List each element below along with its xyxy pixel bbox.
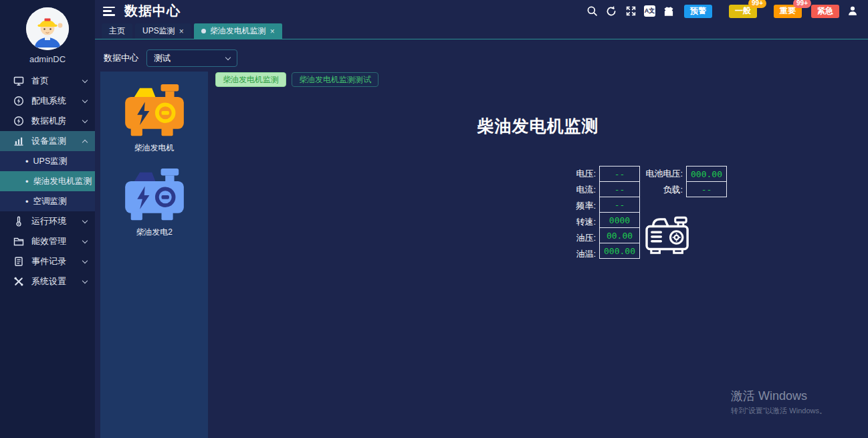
badge-count: 99+ (793, 0, 811, 8)
tab-home[interactable]: 主页 (102, 23, 132, 39)
header-toolbar: A文 预警 一般 99+ 重要 99+ 紧急 (586, 5, 868, 18)
sidebar-item-home[interactable]: 首页 (0, 71, 95, 91)
sidebar-item-event-records[interactable]: 事件记录 (0, 251, 95, 271)
filter-row: 数据中心 测试 (104, 49, 237, 67)
chevron-down-icon (82, 278, 88, 283)
user-icon[interactable] (847, 5, 859, 17)
sidebar-item-power-distribution[interactable]: 配电系统 (0, 91, 95, 111)
sidebar-item-label: 配电系统 (31, 95, 83, 107)
thermometer-icon (13, 216, 24, 227)
power-circle-icon (13, 116, 24, 126)
field-label: 电压: (570, 166, 599, 182)
sidebar-subitem-label: UPS监测 (33, 156, 68, 167)
content-title: 柴油发电机监测 (208, 115, 868, 137)
page-title: 数据中心 (124, 2, 181, 20)
sidebar-subitem-diesel-generator-monitoring[interactable]: • 柴油发电机监测 (0, 171, 95, 191)
header: 数据中心 A文 预警 一般 99+ 重要 (95, 0, 868, 22)
fullscreen-icon[interactable] (625, 5, 637, 17)
alert-badge-general[interactable]: 一般 99+ (729, 5, 757, 18)
tab-diesel-generator-monitoring[interactable]: 柴油发电机监测 × (194, 23, 282, 39)
alert-badge-warning[interactable]: 预警 (684, 5, 712, 18)
badge-label: 预警 (690, 5, 706, 17)
field-label: 油压: (570, 230, 599, 246)
chevron-down-icon (82, 217, 88, 223)
close-icon[interactable]: × (179, 27, 184, 36)
field-value-current: -- (599, 181, 640, 197)
chevron-down-icon (82, 237, 88, 243)
field-label: 电池电压: (639, 166, 686, 182)
sidebar-item-label: 能效管理 (31, 235, 83, 247)
bullet: • (25, 177, 29, 187)
bullet: • (25, 197, 29, 207)
device-label: 柴油发电机 (100, 142, 208, 154)
refresh-icon[interactable] (605, 5, 617, 17)
tools-icon (13, 276, 24, 287)
field-label: 负载: (639, 182, 686, 198)
sidebar-subitem-label: 柴油发电机监测 (33, 176, 92, 187)
content-area: 柴油发电机监测 柴油发电机监测测试 柴油发电机监测 电压: 电流: 频率: 转速… (208, 67, 868, 438)
alert-badge-important[interactable]: 重要 99+ (774, 5, 802, 18)
sidebar-item-label: 设备监测 (31, 135, 83, 147)
sidebar-item-energy-management[interactable]: 能效管理 (0, 231, 95, 251)
active-tab-dot (201, 29, 206, 33)
chevron-up-icon (82, 139, 88, 144)
tab-label: 柴油发电机监测 (210, 25, 266, 37)
device-label: 柴油发电2 (100, 227, 208, 238)
telemetry-left-group: 电压: 电流: 频率: 转速: 油压: 油温: -- -- -- 0000 00… (570, 166, 640, 262)
sidebar-subitem-ups-monitoring[interactable]: • UPS监测 (0, 151, 95, 171)
tab-bar: 主页 UPS监测 × 柴油发电机监测 × (95, 22, 868, 39)
sidebar-item-label: 首页 (31, 75, 83, 87)
hamburger-menu-icon[interactable] (103, 7, 115, 16)
main-area: 数据中心 A文 预警 一般 99+ 重要 (95, 0, 868, 438)
language-icon[interactable]: A文 (644, 5, 655, 17)
document-icon (13, 256, 24, 267)
field-label: 转速: (570, 214, 599, 230)
diesel-monitor-button[interactable]: 柴油发电机监测 (215, 72, 286, 87)
field-label: 频率: (570, 198, 599, 214)
search-icon[interactable] (586, 5, 598, 17)
chevron-down-icon (225, 54, 231, 60)
sidebar-item-label: 数据机房 (31, 115, 83, 127)
sidebar-item-label: 事件记录 (31, 255, 83, 267)
diesel-monitor-test-button[interactable]: 柴油发电机监测测试 (292, 72, 378, 87)
sidebar-item-label: 系统设置 (31, 276, 83, 288)
diesel-generator-icon (122, 83, 187, 138)
sidebar: adminDC 首页 配电系统 数据机房 设备监测 • UPS监测 • 柴油发电… (0, 0, 95, 438)
field-label: 油温: (570, 246, 599, 262)
avatar[interactable] (26, 7, 69, 50)
user-name: adminDC (0, 54, 95, 64)
folder-icon (13, 236, 24, 247)
sidebar-item-equipment-monitoring[interactable]: 设备监测 (0, 131, 95, 151)
selected-option: 测试 (154, 53, 171, 64)
device-diesel-generator-1[interactable]: 柴油发电机 (100, 72, 208, 154)
device-diesel-generator-2[interactable]: 柴油发电2 (100, 154, 208, 238)
device-list-panel: 柴油发电机 柴油发电2 (100, 72, 208, 438)
telemetry-right-group: 电池电压: 负载: 000.00 -- (639, 166, 727, 198)
bar-chart-icon (13, 136, 24, 146)
sidebar-subitem-ac-monitoring[interactable]: • 空调监测 (0, 191, 95, 211)
sidebar-item-data-room[interactable]: 数据机房 (0, 111, 95, 131)
diesel-generator-icon (122, 167, 187, 222)
close-icon[interactable]: × (270, 27, 275, 36)
field-value-oil-pressure: 00.00 (599, 227, 640, 243)
theme-icon[interactable] (663, 5, 675, 17)
tab-ups-monitoring[interactable]: UPS监测 × (135, 23, 191, 39)
monitor-button-row: 柴油发电机监测 柴油发电机监测测试 (215, 72, 378, 87)
datacenter-select[interactable]: 测试 (146, 49, 237, 67)
datacenter-select-label: 数据中心 (104, 52, 138, 64)
monitor-icon (13, 76, 24, 86)
alert-badge-urgent[interactable]: 紧急 (811, 5, 839, 18)
sidebar-item-operating-environment[interactable]: 运行环境 (0, 211, 95, 231)
field-value-rpm: 0000 (599, 212, 640, 228)
badge-label: 紧急 (817, 5, 833, 17)
power-circle-icon (13, 96, 24, 106)
sidebar-item-system-settings[interactable]: 系统设置 (0, 271, 95, 292)
field-value-battery-voltage: 000.00 (686, 166, 727, 182)
chevron-down-icon (82, 97, 88, 102)
avatar-image (26, 7, 69, 50)
generator-outline-icon (645, 216, 693, 259)
tab-label: 主页 (109, 25, 125, 37)
badge-label: 重要 (780, 5, 796, 17)
bullet: • (25, 156, 29, 167)
sidebar-item-label: 运行环境 (31, 215, 83, 227)
